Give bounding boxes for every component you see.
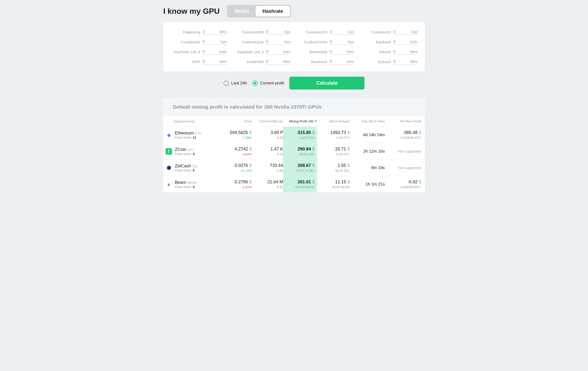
hashrate-input[interactable] (203, 59, 216, 64)
difficulty-cell: 1.47 K-5.74 (252, 147, 283, 156)
hashrate-input[interactable] (203, 49, 216, 54)
mining-profit-cell: 290.84 $68.05 XZC (283, 143, 317, 159)
hashrate-unit: Mh/s (216, 60, 227, 64)
hashrate-field: Cuckarooz29Gps (298, 29, 354, 35)
hashrate-unit: Mh/s (280, 60, 290, 64)
hashrate-field: EthashMh/s (361, 49, 418, 55)
hashrate-unit: Sol/s (343, 50, 354, 54)
hashrate-label: Cuckatoo32 (181, 40, 200, 44)
price-cell: 0.2786 $-1.41% (224, 180, 252, 189)
mining-profit-cell: 315.85 $0.531 ETH (283, 127, 317, 143)
price-cell: 0.0276 $11.11% (224, 163, 252, 172)
radio-current-profit[interactable]: Current profit (252, 80, 284, 86)
table-row[interactable]: ▲BeamBEAMPools listed: 40.2786 $-1.41%21… (163, 176, 425, 192)
table-row[interactable]: ◆EthereumETHPools listed: 11594.5625 $7.… (163, 127, 425, 143)
hashrate-input[interactable] (393, 39, 407, 44)
hashrate-unit: Mh/s (407, 60, 418, 64)
col-nh-rent-profit[interactable]: NH Rent Profit (385, 120, 421, 123)
hashrate-input[interactable] (330, 49, 343, 54)
hashrate-field: KAWPOWMh/s (234, 59, 291, 65)
hashrate-field: EquihashSol/s (361, 39, 418, 45)
hashrate-label: CuckooCycle (242, 40, 264, 44)
hashrate-input[interactable] (393, 49, 407, 54)
zcoin-icon: Z (166, 148, 172, 155)
hashrate-label: RandomX (311, 60, 327, 64)
hashrate-input[interactable] (330, 29, 343, 35)
hashrate-label: KAWPOW (247, 60, 264, 64)
block-reward-cell: 1450.73 $2.44 ETH (317, 130, 350, 140)
hashrate-input[interactable] (330, 39, 343, 44)
pools-listed: Pools listed: 3 (175, 152, 194, 156)
coin-name: ZelCash (175, 163, 191, 169)
hashrate-field: EaglesongMh/s (170, 29, 227, 35)
coin-name: Beam (175, 180, 186, 185)
hashrate-field: Cuckarood29Gps (234, 29, 291, 35)
radio-label: Last 24h (231, 81, 247, 86)
hashrate-input[interactable] (330, 59, 343, 64)
hashrate-card: EaglesongMh/sCuckarood29GpsCuckarooz29Gp… (163, 22, 425, 71)
nh-rent-cell: -6.92 $-0.000369 BTC (385, 180, 421, 189)
hashrate-label: Equihash 144_5 (238, 50, 264, 54)
hashrate-unit: Mh/s (216, 30, 227, 34)
pools-listed: Pools listed: 4 (175, 185, 197, 189)
toggle-hashrate[interactable]: Hashrate (256, 6, 290, 16)
hashrate-input[interactable] (203, 29, 216, 35)
col-price[interactable]: Price (224, 120, 252, 123)
hashrate-label: Eaglesong (183, 30, 200, 34)
col-cryptocurrency[interactable]: Cryptocurrency (173, 120, 224, 123)
mining-profit-cell: 268.67 $9730.74 ZEL (283, 160, 317, 176)
toggle-model[interactable]: Model (228, 6, 256, 16)
hashrate-unit: Gps (216, 40, 227, 44)
hashrate-input[interactable] (393, 59, 407, 64)
hashrate-field: Cuckatoo32Gps (170, 39, 227, 45)
hashrate-unit: Gps (343, 40, 354, 44)
hashrate-unit: Sol/s (280, 50, 290, 54)
col-mining-profit[interactable]: Mining Profit 24h (283, 120, 317, 123)
difficulty-cell: 21.64 M-5.32 (252, 180, 283, 189)
hashrate-label: MTP (192, 60, 200, 64)
radio-icon (252, 80, 258, 86)
hashrate-unit: Gps (280, 30, 290, 34)
hashrate-field: RandomXKh/s (298, 59, 354, 65)
col-block-reward[interactable]: Block Reward (317, 120, 350, 123)
calculate-button[interactable]: Calculate (289, 77, 365, 90)
block-time-cell: 4d 14h 14m (350, 132, 385, 137)
hashrate-field: EtchashMh/s (361, 59, 418, 65)
pools-listed: Pools listed: 11 (175, 136, 201, 139)
info-bar: Default mining profit is calculated for … (163, 98, 425, 116)
coin-symbol: ETH (195, 131, 201, 135)
nh-rent-cell: Not supported (385, 149, 421, 154)
price-cell: 4.2742 $-4.64% (224, 147, 252, 156)
hashrate-label: Cuckarood29 (242, 30, 264, 34)
radio-label: Current profit (260, 81, 284, 86)
hashrate-unit: Kh/s (343, 60, 354, 64)
col-label: Mining Profit 24h (289, 120, 314, 123)
difficulty-cell: 3.69 P3.15 (252, 130, 283, 140)
hashrate-unit: Gps (343, 30, 354, 34)
col-avg-block-time[interactable]: Avg. Block Time (350, 120, 385, 123)
table-row[interactable]: ZZCoinXZCPools listed: 34.2742 $-4.64%1.… (163, 143, 425, 159)
hashrate-field: CuckooCycleGps (234, 39, 291, 45)
hashrate-unit: Gps (407, 30, 418, 34)
hashrate-unit: Sol/s (407, 40, 418, 44)
zelcash-icon: ⬢ (166, 165, 172, 171)
radio-last-24h[interactable]: Last 24h (223, 80, 247, 86)
coin-symbol: XZC (188, 148, 194, 152)
hashrate-input[interactable] (266, 29, 280, 35)
block-time-cell: 2h 12m 16s (350, 149, 385, 154)
hashrate-input[interactable] (393, 29, 407, 35)
nh-rent-cell: -385.48 $-0.020544 BTC (385, 130, 421, 140)
hashrate-label: Cuckarooz29 (306, 30, 327, 34)
hashrate-field: Cuckatoo31Gps (361, 29, 418, 35)
hashrate-input[interactable] (203, 39, 216, 44)
col-difficulty[interactable]: Current Difficulty (252, 120, 283, 123)
hashrate-label: BeamHash (309, 50, 327, 54)
beam-icon: ▲ (166, 181, 172, 187)
table-row[interactable]: ⬢ZelCashZELPools listed: 50.0276 $11.11%… (163, 159, 425, 176)
block-reward-cell: 26.71 $6.25 XZC (317, 147, 350, 156)
coin-name: Ethereum (175, 130, 194, 136)
hashrate-input[interactable] (266, 59, 280, 64)
coin-symbol: ZEL (192, 164, 198, 168)
hashrate-input[interactable] (266, 39, 280, 44)
hashrate-input[interactable] (266, 49, 280, 54)
